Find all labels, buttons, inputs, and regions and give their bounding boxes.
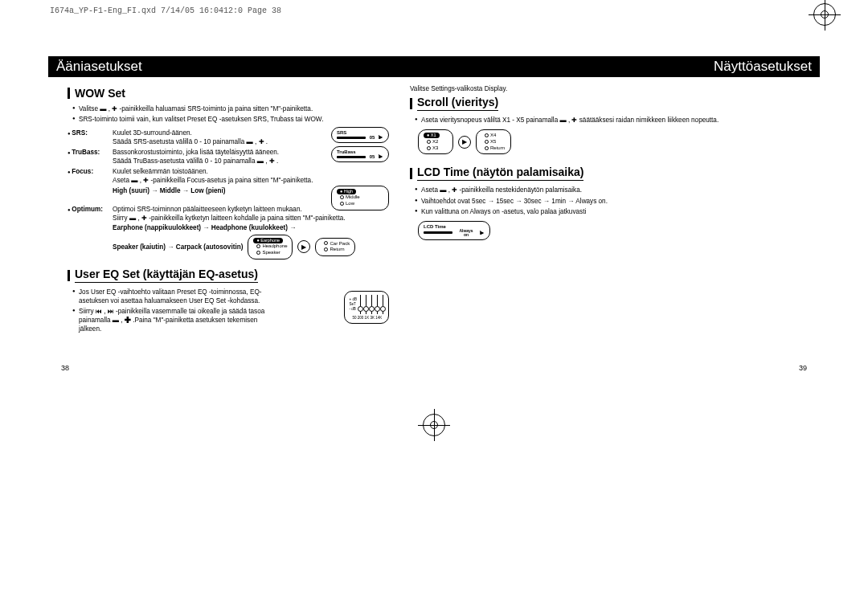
display-note: Valitse Settings-valikosta Display. <box>410 85 731 92</box>
chapter-band: Ääniasetukset Näyttöasetukset <box>48 56 820 77</box>
left-column: WOW Set Valitse ▬ , ✚ -painikkeilla halu… <box>68 84 389 335</box>
wow-set-title: WOW Set <box>68 87 389 100</box>
print-header: I674a_YP-F1-Eng_FI.qxd 7/14/05 16:0412:0… <box>50 6 281 15</box>
optimum-chain2: Speaker (kaiutin) → Carpack (autosovitin… <box>113 243 243 251</box>
device-out-right: Car Pack Return <box>315 238 355 257</box>
registration-mark-top <box>813 3 836 26</box>
device-srs: SRS 05⯈ <box>331 127 389 143</box>
device-hml: ● High Middle Low <box>331 186 389 210</box>
arrow-icon: ▶ <box>297 240 310 253</box>
page-number-right: 39 <box>799 364 807 372</box>
user-eq-title: User EQ Set (käyttäjän EQ-asetus) <box>68 268 389 283</box>
wow-intro-list: Valitse ▬ , ✚ -painikkeilla haluamasi SR… <box>68 104 389 124</box>
band-title-right: Näyttöasetukset <box>714 59 812 75</box>
scroll-title: Scroll (vieritys) <box>410 96 731 111</box>
user-eq-list: Jos User EQ -vaihtoehto valitaan Preset … <box>68 288 273 333</box>
device-lcd: LCD Time Always on⯈ <box>418 221 490 240</box>
registration-mark-bottom <box>423 414 445 436</box>
band-title-left: Ääniasetukset <box>56 59 142 75</box>
device-eq: + dB SeT - dB 50 200 1K 3K 14K <box>344 291 389 324</box>
focus-def: Focus: Kuulet selkeämmän toistoäänen. As… <box>68 167 389 185</box>
device-out-left: ● Earphone Headphone Speaker <box>248 235 293 260</box>
arrow-icon: ▶ <box>458 136 471 149</box>
right-column: Valitse Settings-valikosta Display. Scro… <box>410 84 731 240</box>
optimum-chain1: Earphone (nappikuulokkeet) → Headphone (… <box>113 224 389 231</box>
page-number-left: 38 <box>61 364 69 372</box>
lcd-time-title: LCD Time (näytön palamisaika) <box>410 166 731 181</box>
device-trubass: TruBass 05⯈ <box>331 146 389 162</box>
page: I674a_YP-F1-Eng_FI.qxd 7/14/05 16:0412:0… <box>0 0 868 613</box>
lcd-list: Aseta ▬ , ✚ -painikkeilla nestekidenäytö… <box>410 186 731 215</box>
scroll-list: Aseta vieritysnopeus väliltä X1 - X5 pai… <box>410 116 731 125</box>
device-x-right: X4 X5 Return <box>476 129 511 154</box>
device-x-left: ● X1 X2 X3 <box>418 129 453 154</box>
